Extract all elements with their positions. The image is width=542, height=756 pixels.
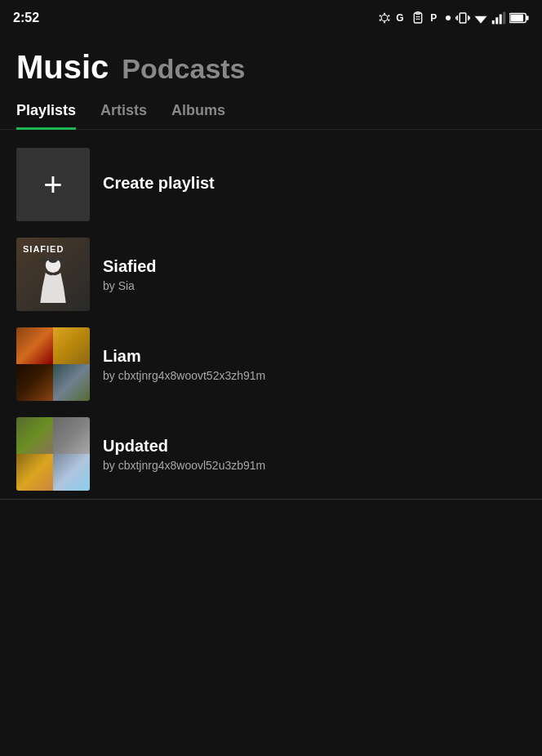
battery-icon	[509, 12, 529, 24]
vibrate-icon	[455, 11, 470, 25]
playlist-name: Updated	[103, 437, 526, 456]
svg-rect-13	[460, 13, 466, 23]
list-item[interactable]: Liam by cbxtjnrg4x8woovt52x3zh91m	[0, 319, 542, 409]
playlist-by: by cbxtjnrg4x8woovl52u3zb91m	[103, 459, 526, 472]
header: Music Podcasts	[0, 33, 542, 94]
svg-rect-24	[526, 16, 529, 20]
updated-thumbnail	[16, 417, 90, 491]
svg-point-6	[380, 15, 381, 16]
google-icon: G	[395, 11, 408, 24]
list-item[interactable]: + Create playlist	[0, 140, 542, 229]
svg-point-1	[384, 13, 385, 15]
svg-point-3	[388, 20, 389, 21]
svg-point-0	[381, 15, 388, 21]
svg-marker-18	[475, 16, 487, 24]
tab-playlists[interactable]: Playlists	[16, 102, 76, 130]
playlist-name: Create playlist	[103, 174, 526, 193]
svg-rect-20	[495, 17, 498, 24]
parking-icon: P	[428, 11, 441, 24]
status-time: 2:52	[13, 11, 39, 25]
playlist-name: Siafied	[103, 257, 526, 276]
status-bar: 2:52 G P	[0, 0, 542, 33]
siafied-thumbnail: SiAFiED	[16, 238, 90, 311]
signal-icon	[491, 11, 506, 24]
tabs-bar: Playlists Artists Albums	[0, 94, 542, 130]
playlist-info: Updated by cbxtjnrg4x8woovl52u3zb91m	[103, 437, 526, 472]
svg-point-5	[380, 20, 381, 21]
status-icons: G P	[377, 11, 529, 25]
list-item[interactable]: Updated by cbxtjnrg4x8woovl52u3zb91m	[0, 409, 542, 500]
siafied-figure-icon	[33, 254, 73, 303]
playlist-info: Liam by cbxtjnrg4x8woovt52x3zh91m	[103, 347, 526, 382]
clipboard-icon	[411, 11, 424, 24]
plus-icon: +	[43, 168, 62, 201]
playlist-info: Create playlist	[103, 174, 526, 196]
create-playlist-thumb: +	[16, 148, 90, 221]
svg-rect-21	[500, 15, 502, 24]
svg-point-27	[48, 257, 57, 263]
liam-thumbnail	[16, 327, 90, 401]
header-music[interactable]: Music	[16, 49, 109, 86]
tab-artists[interactable]: Artists	[100, 102, 147, 130]
playlist-info: Siafied by Sia	[103, 257, 526, 292]
playlist-name: Liam	[103, 347, 526, 366]
wifi-icon	[473, 12, 488, 24]
svg-rect-22	[503, 12, 505, 24]
header-podcasts[interactable]: Podcasts	[122, 53, 245, 85]
photos-icon	[377, 11, 392, 25]
playlist-by: by cbxtjnrg4x8woovt52x3zh91m	[103, 369, 526, 382]
svg-rect-25	[510, 15, 523, 21]
dot-indicator	[446, 16, 451, 20]
svg-rect-19	[492, 20, 495, 24]
playlist-by: by Sia	[103, 279, 526, 292]
svg-text:G: G	[396, 12, 403, 24]
tab-albums[interactable]: Albums	[171, 102, 225, 130]
list-item[interactable]: SiAFiED Siafied by Sia	[0, 229, 542, 319]
svg-text:P: P	[430, 12, 437, 24]
svg-point-2	[388, 15, 389, 16]
svg-point-4	[384, 21, 385, 23]
playlist-list: + Create playlist SiAFiED Siafied by Sia	[0, 130, 542, 509]
